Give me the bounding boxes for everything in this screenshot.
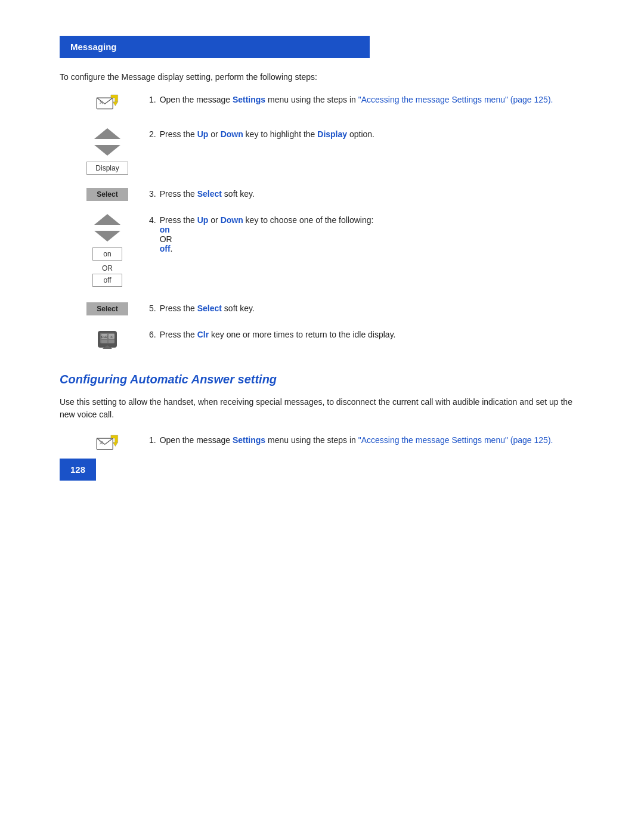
svg-text:00: 00	[110, 335, 113, 339]
section2-step-1-row: 1. Open the message Settings menu using …	[83, 434, 584, 456]
steps-container: 1. Open the message Settings menu using …	[83, 94, 584, 351]
section2-step-1-icon	[83, 434, 131, 456]
step-4-num: 4.	[149, 215, 156, 253]
select-button-5: Select	[86, 302, 128, 315]
header-title: Messaging	[70, 42, 117, 52]
select-button-3: Select	[86, 188, 128, 201]
section2-steps-container: 1. Open the message Settings menu using …	[83, 434, 584, 456]
clr-keyword: Clr	[197, 330, 209, 339]
down-keyword-4: Down	[221, 215, 243, 225]
off-option-box: off	[92, 274, 122, 287]
step-2-row: Display 2. Press the Up or Down key to h…	[83, 128, 584, 175]
off-option-label: off	[160, 244, 171, 253]
settings-link-s2: "Accessing the message Settings menu" (p…	[358, 435, 553, 445]
step-1-text: Open the message Settings menu using the…	[160, 95, 584, 104]
step-5-icon: Select	[83, 302, 131, 315]
step-1-num: 1.	[149, 95, 156, 104]
page-number: 128	[70, 465, 85, 475]
svg-rect-12	[109, 340, 114, 343]
arrow-up-icon-2	[94, 128, 120, 139]
settings-keyword-1: Settings	[233, 95, 265, 104]
svg-marker-16	[113, 442, 117, 447]
intro-text: To configure the Message display setting…	[60, 72, 584, 82]
select-keyword-3: Select	[197, 189, 222, 199]
on-option-box: on	[92, 247, 122, 261]
page-container: Messaging To configure the Message displ…	[0, 0, 644, 504]
step-6-row: CLR 00 6. Press the Clr key one or more …	[83, 329, 584, 351]
step-1-icon	[83, 94, 131, 115]
step-6-num: 6.	[149, 330, 156, 339]
section2-step-1-num: 1.	[149, 435, 156, 445]
step-6-text: Press the Clr key one or more times to r…	[160, 330, 584, 339]
step-2-num: 2.	[149, 129, 156, 139]
step-3-num: 3.	[149, 189, 156, 199]
svg-rect-11	[101, 340, 107, 343]
down-keyword-2: Down	[221, 129, 243, 139]
arrow-down-icon-4	[94, 231, 120, 241]
up-keyword-2: Up	[197, 129, 209, 139]
on-option-label: on	[160, 225, 170, 234]
clr-key-icon: CLR 00	[94, 329, 120, 351]
page-number-box: 128	[60, 459, 96, 481]
display-box: Display	[86, 162, 128, 175]
nav-arrows-2	[94, 128, 120, 156]
step-5-num: 5.	[149, 304, 156, 313]
step-5-row: Select 5. Press the Select soft key.	[83, 302, 584, 315]
header-bar: Messaging	[60, 36, 370, 58]
nav-arrows-4	[94, 214, 120, 241]
step-4-icon: on OR off	[83, 214, 131, 289]
select-keyword-5: Select	[197, 304, 222, 313]
step-2-icon: Display	[83, 128, 131, 175]
section2-step-1-content: 1. Open the message Settings menu using …	[149, 434, 584, 445]
step-2-content: 2. Press the Up or Down key to highlight…	[149, 128, 584, 139]
arrow-down-icon-2	[94, 145, 120, 156]
or-option-label: OR	[160, 234, 172, 244]
section2-desc: Use this setting to allow the handset, w…	[60, 396, 584, 421]
svg-text:CLR: CLR	[101, 335, 108, 339]
step-5-content: 5. Press the Select soft key.	[149, 302, 584, 313]
step-3-content: 3. Press the Select soft key.	[149, 188, 584, 199]
settings-keyword-s2: Settings	[233, 435, 265, 445]
step-6-content: 6. Press the Clr key one or more times t…	[149, 329, 584, 339]
or-label: OR	[102, 264, 113, 272]
step-6-icon: CLR 00	[83, 329, 131, 351]
arrow-up-icon-4	[94, 214, 120, 225]
step-4-content: 4. Press the Up or Down key to choose on…	[149, 214, 584, 253]
step-3-icon: Select	[83, 188, 131, 201]
step-3-row: Select 3. Press the Select soft key.	[83, 188, 584, 201]
display-keyword: Display	[317, 129, 347, 139]
step-5-text: Press the Select soft key.	[160, 304, 584, 313]
step-4-text: Press the Up or Down key to choose one o…	[160, 215, 584, 253]
settings-link-1: "Accessing the message Settings menu" (p…	[358, 95, 553, 104]
step-2-text: Press the Up or Down key to highlight th…	[160, 129, 584, 139]
period: .	[171, 244, 173, 253]
step-3-text: Press the Select soft key.	[160, 189, 584, 199]
svg-marker-2	[113, 102, 117, 106]
step-1-content: 1. Open the message Settings menu using …	[149, 94, 584, 104]
up-keyword-4: Up	[197, 215, 209, 225]
section2-step-1-text: Open the message Settings menu using the…	[160, 435, 584, 445]
step-4-row: on OR off 4. Press the Up or Down key to…	[83, 214, 584, 289]
step-1-row: 1. Open the message Settings menu using …	[83, 94, 584, 115]
message-icon-2	[95, 434, 120, 456]
message-icon	[95, 94, 120, 115]
section2-heading: Configuring Automatic Answer setting	[60, 373, 584, 386]
